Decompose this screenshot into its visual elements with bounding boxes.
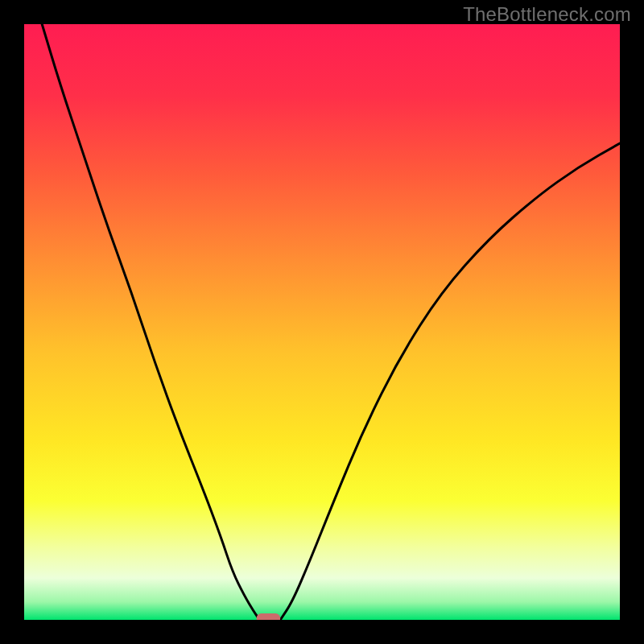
plot-area [24, 24, 620, 620]
plot-svg [24, 24, 620, 620]
optimum-marker [257, 613, 281, 620]
chart-frame: TheBottleneck.com [0, 0, 644, 644]
watermark-text: TheBottleneck.com [463, 3, 631, 26]
